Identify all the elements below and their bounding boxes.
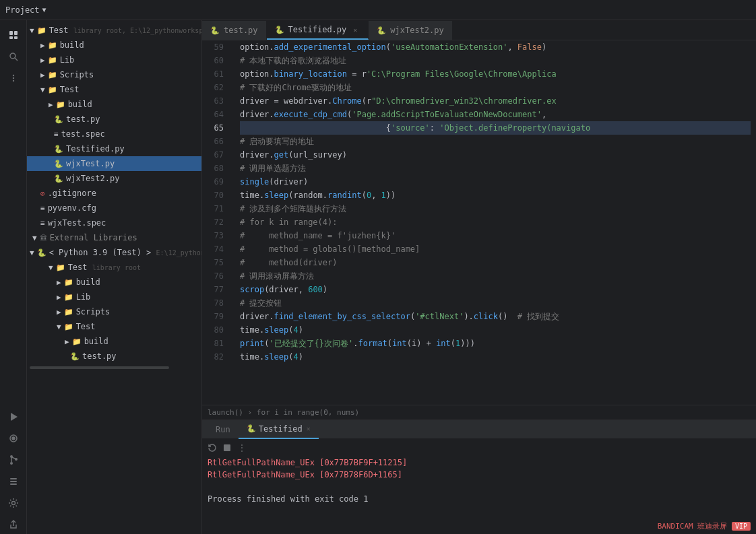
line-num-76: 76: [208, 269, 229, 283]
sidebar-icon-git[interactable]: [4, 450, 23, 469]
expand-icon: ▼: [40, 86, 45, 94]
code-line-60: # 本地下载的谷歌浏览器地址: [240, 54, 751, 67]
restart-button[interactable]: [206, 442, 218, 454]
run-tab-label: Run: [216, 425, 230, 434]
code-line-70: time.sleep(random.randint(0, 1)): [240, 189, 751, 202]
panel-tab-testified[interactable]: 🐍 Testified ✕: [239, 420, 319, 439]
line-num-81: 81: [208, 337, 229, 350]
expand-icon: ▶: [40, 56, 45, 65]
tree-item-scripts1[interactable]: ▶ 📁 Scripts: [27, 67, 201, 82]
tree-label: test.py: [66, 114, 100, 124]
tree-item-lib2[interactable]: ▶ 📁 Lib: [27, 290, 201, 304]
code-line-67: driver.get(url_survey): [240, 148, 751, 162]
tab-testified-py[interactable]: 🐍 Testified.py ✕: [267, 21, 369, 40]
project-label[interactable]: Project ▼: [5, 5, 46, 15]
tree-item-wjxtest-spec[interactable]: ≡ wjxTest.spec: [27, 215, 201, 230]
tree-item-pyvenv[interactable]: ≡ pyvenv.cfg: [27, 201, 201, 215]
tree-item-wjxtest-py[interactable]: 🐍 wjxTest.py: [27, 156, 201, 171]
tree-item-ext-libs[interactable]: ▼ 🏛 External Libraries: [27, 230, 201, 245]
line-num-70: 70: [208, 189, 229, 202]
main-area: ▼ 📁 Test library root, E:\12_pythonworks…: [0, 20, 756, 534]
python-file-icon: 🐍: [54, 145, 63, 154]
tree-item-build4[interactable]: ▶ 📁 build: [27, 334, 201, 349]
tree-item-test-folder[interactable]: ▼ 📁 Test: [27, 82, 201, 97]
panel-tab-close-button[interactable]: ✕: [307, 425, 311, 432]
tree-label: < Python 3.9 (Test) > E:\12_pythonworksp…: [49, 248, 202, 257]
sidebar-icons: [0, 20, 27, 534]
folder-icon: 📁: [72, 337, 82, 346]
sidebar-icon-debug[interactable]: [4, 429, 23, 448]
tree-label: build: [84, 337, 108, 346]
code-line-72: # for k in range(4):: [240, 215, 751, 229]
svg-point-8: [12, 80, 13, 81]
tree-label: External Libraries: [50, 233, 137, 242]
tree-item-test-folder2[interactable]: ▼ 📁 Test: [27, 319, 201, 334]
tree-item-lib1[interactable]: ▶ 📁 Lib: [27, 53, 201, 67]
line-num-69: 69: [208, 175, 229, 189]
svg-line-5: [15, 58, 18, 61]
code-line-71: # 涉及到多个矩阵题执行方法: [240, 202, 751, 215]
file-tree: ▼ 📁 Test library root, E:\12_pythonworks…: [27, 20, 202, 534]
tab-test-py[interactable]: 🐍 test.py: [202, 21, 267, 40]
folder-icon: 📁: [64, 323, 73, 331]
sidebar-icon-run[interactable]: [4, 407, 23, 426]
code-content[interactable]: option.add_experimental_option('useAutom…: [234, 40, 756, 405]
tree-label: Lib: [76, 292, 91, 302]
python-icon: 🐍: [377, 26, 386, 35]
code-line-69: single(driver): [240, 175, 751, 189]
folder-icon: 📁: [37, 26, 46, 35]
tree-item-testified-py[interactable]: 🐍 Testified.py: [27, 141, 201, 156]
breadcrumb: launch() › for i in range(0, nums): [202, 405, 756, 420]
tree-item-wjxtest2-py[interactable]: 🐍 wjxTest2.py: [27, 171, 201, 186]
tree-item-test-libroot[interactable]: ▼ 📁 Test library root: [27, 260, 201, 275]
console-line-3: [208, 481, 751, 493]
svg-rect-3: [14, 36, 18, 39]
svg-point-11: [12, 437, 15, 440]
sidebar-icon-search[interactable]: [4, 47, 23, 66]
line-num-62: 62: [208, 81, 229, 94]
watermark: BANDICAM 班迪录屏 VIP: [658, 521, 751, 531]
tab-wjxtest2-py[interactable]: 🐍 wjxTest2.py: [369, 21, 452, 40]
code-line-74: # method = globals()[method_name]: [240, 242, 751, 256]
sidebar-icon-layers[interactable]: [4, 472, 23, 491]
sidebar-icon-share[interactable]: [4, 515, 23, 534]
tab-close-button[interactable]: ✕: [350, 25, 360, 34]
svg-rect-0: [9, 31, 13, 35]
expand-icon: ▶: [65, 337, 69, 346]
line-num-80: 80: [208, 323, 229, 337]
tab-label: test.py: [224, 26, 258, 35]
spec-file-icon: ≡: [54, 130, 59, 139]
stop-button[interactable]: [221, 442, 233, 454]
more-options-button[interactable]: ⋮: [236, 442, 248, 454]
line-num-82: 82: [208, 350, 229, 364]
sidebar-icon-files[interactable]: [4, 26, 23, 44]
watermark-badge: VIP: [732, 522, 751, 531]
tree-item-gitignore[interactable]: ⊘ .gitignore: [27, 186, 201, 201]
svg-rect-15: [10, 478, 17, 479]
line-num-78: 78: [208, 296, 229, 310]
sidebar-icon-settings[interactable]: [4, 494, 23, 512]
tree-item-test-py[interactable]: 🐍 test.py: [27, 112, 201, 127]
tree-item-test-py2[interactable]: 🐍 test.py: [27, 349, 201, 364]
folder-icon: 📁: [56, 263, 65, 272]
line-num-79: 79: [208, 310, 229, 323]
panel-tab-run[interactable]: Run: [208, 420, 239, 439]
expand-icon: ▶: [40, 41, 45, 50]
code-line-76: # 调用滚动屏幕方法: [240, 269, 751, 283]
expand-icon: ▼: [49, 263, 53, 272]
tree-item-python39[interactable]: ▼ 🐍 < Python 3.9 (Test) > E:\12_pythonwo…: [27, 245, 201, 260]
svg-rect-2: [9, 36, 13, 39]
tree-item-build1[interactable]: ▶ 📁 build: [27, 38, 201, 53]
tree-item-test-root[interactable]: ▼ 📁 Test library root, E:\12_pythonworks…: [27, 23, 201, 38]
top-bar-left: Project ▼: [5, 5, 46, 15]
tree-item-build2[interactable]: ▶ 📁 build: [27, 97, 201, 112]
python-file-icon: 🐍: [54, 174, 63, 183]
tree-item-test-spec[interactable]: ≡ test.spec: [27, 127, 201, 141]
tree-item-build3[interactable]: ▶ 📁 build: [27, 275, 201, 290]
code-editor[interactable]: 59 60 61 62 63 64 65 66 67 68 69 70 71 7…: [202, 40, 756, 405]
tree-item-scripts2[interactable]: ▶ 📁 Scripts: [27, 304, 201, 319]
line-num-71: 71: [208, 202, 229, 215]
sidebar-icon-more[interactable]: [4, 69, 23, 88]
code-line-79: driver.find_element_by_css_selector('#ct…: [240, 310, 751, 323]
tree-label: Scripts: [76, 307, 111, 316]
